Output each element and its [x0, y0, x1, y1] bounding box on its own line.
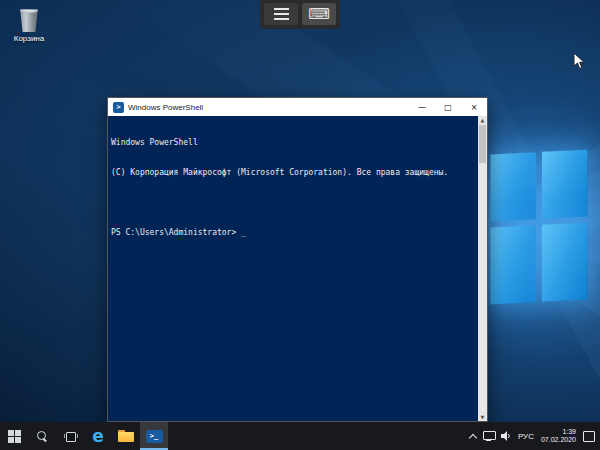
windows-logo-pane: [491, 225, 537, 304]
powershell-window-icon: >: [113, 102, 124, 113]
taskbar-clock[interactable]: 1:39 07.02.2020: [541, 428, 576, 444]
desktop-screen: ⌨ Корзина > Windows PowerShell — □ × Win…: [0, 0, 600, 450]
powershell-console[interactable]: Windows PowerShell (C) Корпорация Майкро…: [108, 116, 487, 421]
start-button[interactable]: [0, 422, 28, 450]
console-line: Windows PowerShell: [111, 138, 475, 148]
windows-logo: [491, 149, 588, 304]
taskbar-edge-button[interactable]: e: [84, 422, 112, 450]
taskbar-file-explorer-button[interactable]: [112, 422, 140, 450]
console-line-blank: [111, 198, 475, 208]
recycle-bin-label: Корзина: [6, 34, 52, 43]
taskbar-powershell-button[interactable]: >_: [140, 422, 168, 450]
recycle-bin-icon: [19, 8, 39, 32]
scrollbar-thumb[interactable]: [479, 125, 486, 163]
scroll-up-icon[interactable]: ▲: [478, 116, 487, 124]
search-icon: [37, 431, 48, 442]
task-view-button[interactable]: [56, 422, 84, 450]
tray-chevron-up-icon[interactable]: [469, 433, 476, 440]
powershell-icon: >_: [146, 430, 163, 443]
console-prompt-line: PS C:\Users\Administrator> _: [111, 228, 475, 238]
window-title: Windows PowerShell: [128, 103, 409, 112]
scroll-down-icon[interactable]: ▼: [478, 413, 487, 421]
keyboard-icon: ⌨: [308, 7, 330, 22]
windows-start-icon: [8, 430, 21, 443]
console-output: Windows PowerShell (C) Корпорация Майкро…: [108, 116, 487, 258]
windows-logo-pane: [491, 152, 537, 221]
toolbar-menu-button[interactable]: [264, 3, 298, 25]
menu-icon: [274, 8, 289, 20]
remote-console-toolbar: ⌨: [260, 0, 340, 29]
windows-logo-pane: [542, 149, 588, 218]
notification-center-icon[interactable]: [583, 431, 594, 441]
system-tray: РУС 1:39 07.02.2020: [465, 422, 600, 450]
windows-logo-pane: [542, 222, 588, 301]
volume-icon[interactable]: [501, 431, 511, 441]
powershell-window: > Windows PowerShell — □ × Windows Power…: [107, 97, 488, 422]
console-cursor: _: [241, 228, 246, 237]
language-indicator[interactable]: РУС: [518, 432, 534, 441]
powershell-titlebar[interactable]: > Windows PowerShell — □ ×: [108, 98, 487, 116]
clock-date: 07.02.2020: [541, 436, 576, 444]
taskbar: e >_ РУС 1:39 07.02.2020: [0, 422, 600, 450]
close-button[interactable]: ×: [461, 98, 487, 116]
edge-icon: e: [92, 428, 104, 445]
minimize-button[interactable]: —: [409, 98, 435, 116]
task-view-icon: [64, 431, 76, 441]
file-explorer-icon: [118, 430, 134, 442]
network-icon[interactable]: [483, 431, 494, 441]
console-line: (C) Корпорация Майкрософт (Microsoft Cor…: [111, 168, 475, 178]
toolbar-keyboard-button[interactable]: ⌨: [302, 3, 336, 25]
recycle-bin-desktop-icon[interactable]: Корзина: [6, 8, 52, 43]
taskbar-search-button[interactable]: [28, 422, 56, 450]
maximize-button[interactable]: □: [435, 98, 461, 116]
window-controls: — □ ×: [409, 98, 487, 116]
clock-time: 1:39: [541, 428, 576, 436]
console-prompt: PS C:\Users\Administrator>: [111, 228, 236, 237]
console-scrollbar[interactable]: ▲ ▼: [478, 116, 487, 421]
